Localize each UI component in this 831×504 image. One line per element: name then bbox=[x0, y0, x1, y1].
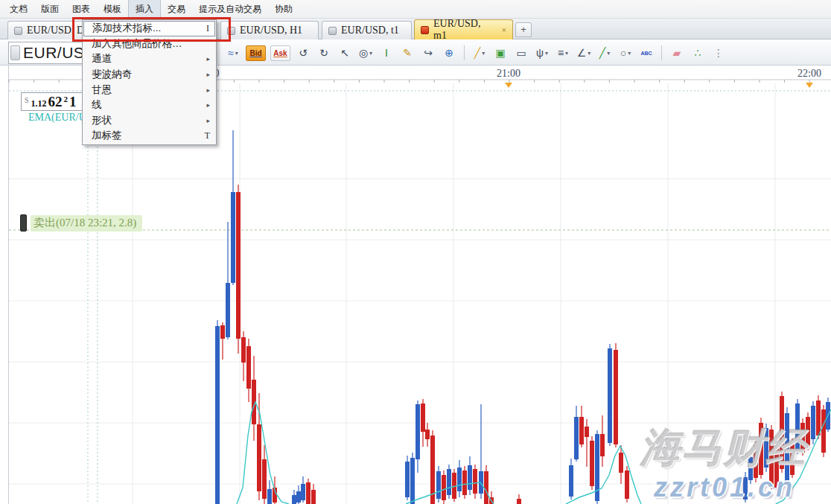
pitchfork-icon[interactable]: ψ▾ bbox=[533, 44, 551, 62]
quote-fraction: 2 bbox=[64, 95, 69, 103]
chart-tab-label: EUR/USD, t1 bbox=[341, 25, 399, 36]
menu-item-插入[interactable]: 插入 bbox=[128, 0, 161, 19]
quote-side-label: S bbox=[25, 96, 29, 104]
chart-type-icon[interactable]: ≈▾ bbox=[224, 44, 242, 62]
interval-icon[interactable]: I bbox=[378, 44, 395, 62]
quote-pips: 62 bbox=[48, 94, 63, 110]
submenu-arrow-icon: ▸ bbox=[206, 117, 210, 124]
menu-shortcut: T bbox=[205, 130, 210, 141]
menu-option[interactable]: 形状▸ bbox=[83, 113, 215, 129]
chart-tab-icon bbox=[14, 27, 22, 35]
trendline-icon[interactable]: ╱▾ bbox=[596, 44, 614, 62]
watermark-title: 海马财经 bbox=[640, 421, 831, 476]
menu-option-label: 加入其他商品价格… bbox=[92, 37, 182, 51]
position-marker-icon bbox=[20, 214, 27, 232]
chevron-down-icon[interactable]: ▾ bbox=[235, 50, 238, 57]
menu-item-交易[interactable]: 交易 bbox=[161, 0, 192, 19]
new-tab-button[interactable]: + bbox=[515, 22, 532, 37]
quote-tail: 1 bbox=[69, 94, 77, 110]
menu-option[interactable]: 通道▸ bbox=[83, 51, 215, 67]
text-label-icon[interactable]: ABC bbox=[637, 44, 655, 62]
ellipse-icon[interactable]: ○▾ bbox=[617, 44, 634, 62]
auto-scroll-icon[interactable]: ↺ bbox=[294, 44, 312, 62]
symbol-grip-icon bbox=[10, 45, 20, 60]
axis-marker-icon bbox=[505, 83, 512, 88]
menu-option-label: 添加技术指标... bbox=[92, 22, 161, 35]
chevron-down-icon[interactable]: ▾ bbox=[628, 50, 631, 57]
toolbar-separator bbox=[661, 45, 662, 60]
menu-option[interactable]: 加标签T bbox=[83, 128, 215, 144]
menu-item-图表[interactable]: 图表 bbox=[66, 0, 97, 19]
menu-item-文档[interactable]: 文档 bbox=[3, 0, 34, 19]
submenu-arrow-icon: ▸ bbox=[206, 101, 210, 109]
eraser-icon[interactable]: ▰ bbox=[668, 44, 686, 62]
insert-menu: 添加技术指标...I加入其他商品价格…通道▸斐波納奇▸甘恩▸线▸形状▸加标签T bbox=[82, 19, 217, 145]
menu-option[interactable]: 斐波納奇▸ bbox=[83, 67, 215, 83]
menu-option-label: 通道 bbox=[92, 52, 112, 66]
menu-option[interactable]: 线▸ bbox=[83, 98, 215, 113]
menu-item-提示及自动交易[interactable]: 提示及自动交易 bbox=[192, 0, 268, 19]
close-icon[interactable]: × bbox=[502, 25, 506, 34]
ask-button[interactable]: Ask bbox=[270, 45, 290, 61]
watermark-url: zzrt01.cn bbox=[654, 472, 795, 503]
menu-option-label: 线 bbox=[92, 98, 102, 112]
share-icon[interactable]: ↪ bbox=[419, 44, 437, 62]
chevron-down-icon[interactable]: ▾ bbox=[607, 50, 610, 57]
chevron-down-icon[interactable]: ▾ bbox=[482, 50, 485, 57]
link-charts-icon[interactable]: ∴ bbox=[689, 44, 707, 62]
chart-tab-label: EUR/USD, D bbox=[27, 25, 84, 36]
menu-option-label: 加标签 bbox=[92, 129, 122, 142]
menu-item-协助[interactable]: 协助 bbox=[268, 0, 299, 19]
axis-marker-icon bbox=[806, 83, 813, 88]
image-icon[interactable]: ▣ bbox=[491, 44, 509, 62]
menu-option[interactable]: 甘恩▸ bbox=[83, 82, 215, 98]
quote-handle: 1.12 bbox=[31, 98, 47, 109]
chart-tab[interactable]: EUR/USD, H1 bbox=[220, 21, 319, 39]
chart-tab-label: EUR/USD, m1 bbox=[433, 18, 496, 42]
trading-platform-window: 海马财经 zzrt01.cn 021:0022:00 S 1.12 62 2 1… bbox=[0, 0, 831, 504]
menu-bar: 文档版面图表模板插入交易提示及自动交易协助 bbox=[0, 0, 831, 19]
menu-option[interactable]: 加入其他商品价格… bbox=[83, 36, 215, 52]
menu-option[interactable]: 添加技术指标...I bbox=[83, 21, 215, 36]
zoom-icon[interactable]: ◎▾ bbox=[357, 44, 375, 62]
refresh-icon[interactable]: ↻ bbox=[315, 44, 333, 62]
annotate-icon[interactable]: ✎ bbox=[398, 44, 416, 62]
drawing-tools-icon[interactable]: ╱▾ bbox=[471, 44, 488, 62]
submenu-arrow-icon: ▸ bbox=[206, 86, 210, 94]
chart-tab-icon bbox=[328, 27, 337, 35]
submenu-arrow-icon: ▸ bbox=[206, 71, 210, 78]
pointer-mode-icon[interactable]: ↖ bbox=[336, 44, 354, 62]
lines-stack-icon[interactable]: ≡▾ bbox=[554, 44, 572, 62]
menu-option-label: 形状 bbox=[92, 114, 112, 127]
angle-lines-icon[interactable]: ∠▾ bbox=[575, 44, 593, 62]
chart-tab[interactable]: EUR/USD, m1× bbox=[414, 19, 513, 39]
menu-option-label: 斐波納奇 bbox=[92, 68, 132, 81]
chart-tab-icon bbox=[227, 27, 235, 35]
time-label: 21:00 bbox=[497, 68, 520, 80]
menu-shortcut: I bbox=[206, 23, 209, 34]
toolbar-separator bbox=[464, 45, 465, 60]
chevron-down-icon[interactable]: ▾ bbox=[369, 50, 372, 57]
chart-tab-label: EUR/USD, H1 bbox=[240, 25, 302, 36]
overflow-icon[interactable]: ⋮ bbox=[710, 44, 727, 62]
web-icon[interactable]: ⊕ bbox=[440, 44, 458, 62]
chevron-down-icon[interactable]: ▾ bbox=[588, 50, 590, 57]
time-label: 22:00 bbox=[797, 68, 821, 80]
sell-position-text: 卖出(07/18 23:21, 2.8) bbox=[31, 215, 142, 232]
chevron-down-icon[interactable]: ▾ bbox=[565, 50, 568, 57]
submenu-arrow-icon: ▸ bbox=[206, 55, 210, 63]
menu-item-模板[interactable]: 模板 bbox=[97, 0, 128, 19]
sell-position-label[interactable]: 卖出(07/18 23:21, 2.8) bbox=[20, 214, 142, 232]
chevron-down-icon[interactable]: ▾ bbox=[545, 50, 548, 57]
chart-tab-icon bbox=[421, 26, 429, 34]
chart-tab[interactable]: EUR/USD, t1 bbox=[322, 21, 412, 39]
menu-option-label: 甘恩 bbox=[92, 83, 112, 97]
menu-item-版面[interactable]: 版面 bbox=[34, 0, 66, 19]
frame-icon[interactable]: ▭ bbox=[512, 44, 530, 62]
bid-button[interactable]: Bid bbox=[246, 45, 266, 61]
